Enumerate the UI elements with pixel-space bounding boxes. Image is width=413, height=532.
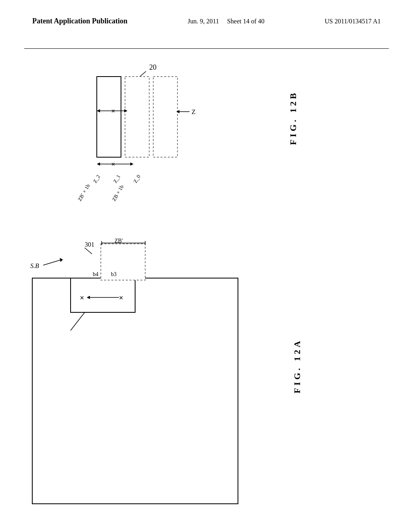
svg-text:20: 20 [149,63,156,71]
sheet-info: Sheet 14 of 40 [227,18,265,25]
svg-text:ZB′ × 1b: ZB′ × 1b [77,183,91,202]
svg-rect-25 [101,244,145,280]
svg-text:301: 301 [85,241,94,248]
fig12a-svg: S.B 301 b4 b3 ZB′ × × [24,238,307,512]
svg-text:×: × [111,161,115,168]
publication-date-sheet: Jun. 9, 2011 Sheet 14 of 40 [188,18,265,25]
svg-rect-2 [97,77,121,157]
publication-number: US 2011/0134517 A1 [325,18,381,25]
svg-text:b3: b3 [111,271,117,277]
svg-line-30 [85,248,92,254]
fig12a-label: FIG. 12A [292,339,302,393]
svg-text:×: × [80,294,84,302]
svg-rect-3 [125,77,149,157]
svg-marker-16 [130,162,133,166]
svg-text:Z_2: Z_2 [92,174,101,184]
svg-text:S.B: S.B [30,262,39,269]
fig12b-label: FIG. 12B [288,91,298,145]
svg-text:Z_1: Z_1 [112,174,121,184]
publication-title: Patent Application Publication [32,16,127,26]
fig12b-svg: 20 × Z × Z_2 Z_1 Z_ [56,58,307,228]
svg-line-27 [43,260,60,265]
svg-marker-14 [97,162,100,166]
page-header: Patent Application Publication Jun. 9, 2… [0,16,413,26]
svg-text:Z: Z [192,108,196,115]
svg-text:×: × [111,108,115,114]
svg-marker-28 [60,258,63,262]
svg-text:ZB × 1b: ZB × 1b [111,184,125,202]
svg-rect-4 [153,77,177,157]
svg-text:Z_0: Z_0 [132,174,142,184]
svg-text:b4: b4 [93,271,98,277]
header-divider [24,48,389,49]
publication-date: Jun. 9, 2011 [188,18,219,25]
fig12a-diagram: S.B 301 b4 b3 ZB′ × × FIG. 12A [24,238,307,512]
svg-text:×: × [119,294,123,302]
fig12b-diagram: 20 × Z × Z_2 Z_1 Z_ [56,58,307,228]
